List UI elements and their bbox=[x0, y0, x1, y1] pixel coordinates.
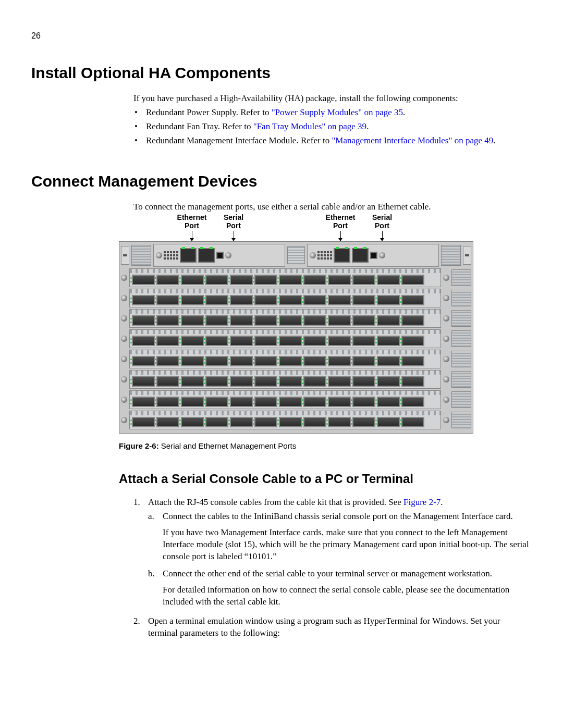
step-1: Attach the RJ-45 console cables from the… bbox=[133, 497, 532, 608]
bullet-lead: Redundant Fan Tray. Refer to bbox=[146, 121, 253, 131]
screw-icon bbox=[121, 295, 127, 301]
label-ethernet-port: EthernetPort bbox=[176, 213, 207, 230]
ib-port-icon bbox=[401, 295, 424, 305]
step1b-para2: For detailed information on how to conne… bbox=[163, 584, 532, 608]
bullet-item: Redundant Management Interface Module. R… bbox=[133, 135, 532, 147]
port-label-row: EthernetPort SerialPort EthernetPort Ser… bbox=[176, 213, 532, 230]
ib-port-icon bbox=[352, 275, 375, 285]
section1-bullets: Redundant Power Supply. Refer to "Power … bbox=[133, 107, 532, 147]
ib-port-icon bbox=[156, 417, 179, 427]
screw-icon bbox=[443, 295, 449, 301]
steps-list: Attach the RJ-45 console cables from the… bbox=[133, 497, 532, 639]
ib-port-icon bbox=[205, 376, 228, 387]
bullet-lead: Redundant Power Supply. Refer to bbox=[146, 107, 272, 117]
link-mgmt-interface[interactable]: "Management Interface Modules" on page 4… bbox=[332, 135, 493, 145]
ib-port-icon bbox=[279, 275, 302, 285]
ib-port-icon bbox=[254, 336, 277, 346]
vent-icon bbox=[451, 269, 471, 286]
ib-port-icon bbox=[205, 356, 228, 366]
line-card bbox=[129, 370, 441, 389]
page-number: 26 bbox=[31, 30, 532, 42]
ib-port-icon bbox=[132, 376, 155, 387]
link-power-supply[interactable]: "Power Supply Modules" on page 35 bbox=[272, 107, 403, 117]
screw-icon bbox=[121, 315, 127, 322]
substeps: Connect the cables to the InfiniBand cha… bbox=[148, 511, 532, 608]
ib-port-icon bbox=[156, 397, 179, 407]
led-grid-icon bbox=[317, 251, 332, 260]
ib-port-icon bbox=[205, 275, 228, 285]
ib-port-icon bbox=[377, 356, 400, 366]
ib-port-icon bbox=[352, 417, 375, 427]
bullet-lead: Redundant Management Interface Module. R… bbox=[146, 135, 332, 145]
ib-port-icon bbox=[401, 336, 424, 346]
linecard-row bbox=[121, 350, 471, 368]
figure-caption: Figure 2-6: Serial and Ethernet Manageme… bbox=[119, 441, 532, 451]
ib-port-icon bbox=[230, 417, 253, 427]
screw-icon bbox=[310, 252, 316, 258]
bullet-item: Redundant Fan Tray. Refer to "Fan Tray M… bbox=[133, 121, 532, 133]
link-figure-2-7[interactable]: Figure 2-7 bbox=[403, 497, 440, 507]
ib-port-icon bbox=[303, 275, 326, 285]
line-card bbox=[129, 289, 441, 307]
screw-icon bbox=[156, 252, 162, 258]
ib-port-icon bbox=[377, 397, 400, 407]
ib-port-icon bbox=[328, 315, 351, 326]
handle-icon bbox=[121, 246, 129, 265]
heading-connect-mgmt: Connect Management Devices bbox=[31, 171, 532, 192]
ib-port-icon bbox=[303, 295, 326, 305]
step1-lead: Attach the RJ-45 console cables from the… bbox=[148, 497, 403, 507]
screw-icon bbox=[121, 336, 127, 342]
vent-icon bbox=[451, 290, 471, 306]
mgmt-row bbox=[121, 244, 471, 267]
ib-port-icon bbox=[181, 397, 204, 407]
ib-port-icon bbox=[230, 275, 253, 285]
linecard-row bbox=[121, 329, 471, 348]
ib-port-icon bbox=[181, 315, 204, 326]
step1a-text: Connect the cables to the InfiniBand cha… bbox=[163, 511, 513, 521]
port-hole-icon bbox=[216, 252, 224, 259]
vent-icon bbox=[451, 330, 471, 347]
ib-port-icon bbox=[328, 417, 351, 427]
line-card bbox=[129, 309, 441, 328]
label-serial-port: SerialPort bbox=[366, 213, 398, 230]
ib-port-icon bbox=[377, 295, 400, 305]
ib-port-icon bbox=[377, 417, 400, 427]
section2-intro: To connect the management ports, use eit… bbox=[133, 201, 532, 213]
ib-port-icon bbox=[328, 295, 351, 305]
ib-port-icon bbox=[132, 315, 155, 326]
vent-icon bbox=[451, 310, 471, 327]
ib-port-icon bbox=[328, 275, 351, 285]
linecard-row bbox=[121, 370, 471, 389]
figure-label: Figure 2-6: bbox=[119, 441, 159, 450]
step1a-para2: If you have two Management Interface car… bbox=[163, 527, 532, 563]
vent-icon bbox=[441, 245, 461, 266]
ib-port-icon bbox=[328, 376, 351, 387]
port-hole-icon bbox=[370, 252, 377, 259]
section3-body: Attach the RJ-45 console cables from the… bbox=[133, 497, 532, 639]
vent-icon bbox=[451, 412, 471, 428]
ib-port-icon bbox=[230, 315, 253, 326]
linecard-row bbox=[121, 289, 471, 307]
ib-port-icon bbox=[401, 275, 424, 285]
screw-icon bbox=[443, 315, 449, 322]
ib-port-icon bbox=[181, 275, 204, 285]
figure-2-6: EthernetPort SerialPort EthernetPort Ser… bbox=[119, 213, 532, 451]
section2-body: To connect the management ports, use eit… bbox=[133, 201, 532, 451]
vent-icon bbox=[131, 245, 151, 266]
screw-icon bbox=[443, 397, 449, 403]
ib-port-icon bbox=[352, 315, 375, 326]
ib-port-icon bbox=[181, 295, 204, 305]
ib-port-icon bbox=[254, 397, 277, 407]
ib-port-icon bbox=[230, 356, 253, 366]
ib-port-icon bbox=[132, 356, 155, 366]
led-grid-icon bbox=[164, 251, 178, 260]
link-fan-tray[interactable]: "Fan Tray Modules" on page 39 bbox=[253, 121, 366, 131]
ib-port-icon bbox=[303, 376, 326, 387]
ib-port-icon bbox=[303, 397, 326, 407]
ib-port-icon bbox=[181, 376, 204, 387]
ib-port-icon bbox=[377, 376, 400, 387]
ib-port-icon bbox=[254, 315, 277, 326]
ib-port-icon bbox=[303, 315, 326, 326]
ib-port-icon bbox=[156, 336, 179, 346]
ib-port-icon bbox=[279, 336, 302, 346]
